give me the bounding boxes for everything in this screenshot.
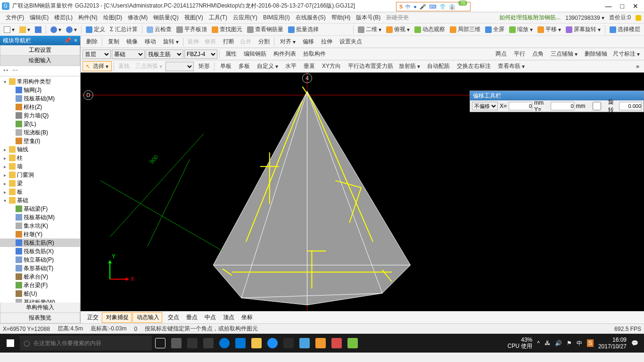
ime-skin-icon[interactable]: 👕 — [439, 4, 446, 10]
menu-component[interactable]: 构件(N) — [75, 14, 100, 22]
xy-tool[interactable]: XY方向 — [318, 62, 343, 70]
tray-clock[interactable]: 16:09 2017/10/27 — [598, 337, 627, 350]
offset-button[interactable]: 偏移 — [299, 38, 316, 46]
start-button[interactable] — [2, 336, 19, 351]
multi-slab[interactable]: 多板 — [235, 62, 252, 70]
tree-node[interactable]: 桩承台(V) — [0, 272, 80, 281]
maximize-button[interactable]: □ — [620, 2, 624, 10]
flat-button[interactable]: 平齐板顶 — [174, 25, 209, 35]
open-button[interactable]: ▾ — [17, 25, 32, 35]
menu-bim[interactable]: BIM应用(I) — [260, 14, 293, 22]
tree-node[interactable]: 独立基础(P) — [0, 255, 80, 264]
orbit-button[interactable]: 动态观察 — [413, 25, 447, 35]
perp-toggle[interactable]: 垂点 — [182, 313, 200, 322]
tree-node[interactable]: ▸板 — [0, 188, 80, 196]
tree-node[interactable]: 剪力墙(Q) — [0, 111, 80, 120]
collapse-all-icon[interactable]: ⁻⁻ — [12, 68, 18, 74]
tree-node[interactable]: 壁龛(I) — [0, 137, 80, 145]
dimension-button[interactable]: 尺寸标注▾ — [611, 50, 642, 58]
complist-button[interactable]: 构件列表 — [270, 50, 298, 58]
split-button[interactable]: 分割 — [255, 38, 272, 46]
draw-style-select[interactable] — [165, 62, 194, 71]
task-ggj[interactable] — [297, 336, 312, 351]
line-tool[interactable]: 直线 — [116, 62, 132, 70]
menu-draw[interactable]: 绘图(D) — [100, 14, 125, 22]
task-app1[interactable] — [169, 336, 184, 351]
tree-node[interactable]: 筏板主筋(R) — [0, 239, 80, 247]
delaux-button[interactable]: 删除辅轴 — [581, 50, 610, 58]
sum-button[interactable]: Σ 汇总计算 — [108, 25, 140, 35]
radial-rebar[interactable]: 放射筋▾ — [396, 62, 422, 70]
ime-dot-icon[interactable]: ● — [413, 4, 417, 9]
tree-node[interactable]: 梁(L) — [0, 120, 80, 128]
offset-mode-select[interactable]: 不偏移 — [472, 102, 498, 110]
tray-ime[interactable]: 中 — [577, 339, 582, 347]
cloudcheck-button[interactable]: 云检查 — [145, 25, 173, 35]
component-select[interactable]: 筏板主筋 — [146, 49, 183, 59]
twopoint-button[interactable]: 两点 — [492, 50, 509, 58]
category-select[interactable]: 基础 — [112, 49, 145, 59]
offset-rot-input[interactable] — [619, 102, 642, 110]
swap-label[interactable]: 交换左右标注 — [453, 62, 493, 70]
menu-tools[interactable]: 工具(T) — [206, 14, 230, 22]
define-button[interactable]: 定义 — [84, 25, 107, 35]
task-app3[interactable] — [201, 336, 216, 351]
rect-tool[interactable]: 矩形 — [195, 62, 212, 70]
menu-newchange[interactable]: 新建变更 — [383, 14, 412, 22]
tree-node[interactable]: 条形基础(T) — [0, 264, 80, 272]
ime-toolbar[interactable]: S 中 ● 🎤 ⌨ 👕 👔 70 — [396, 2, 471, 11]
tree-node[interactable]: ▸轴线 — [0, 145, 80, 154]
tree-node[interactable]: ▸门窗洞 — [0, 171, 80, 179]
ime-mic-icon[interactable]: 🎤 — [420, 4, 426, 10]
undo-button[interactable]: ▾ — [49, 25, 63, 35]
ime-tool-icon[interactable]: 👔 — [449, 4, 455, 10]
editrebar-button[interactable]: 编辑钢筋 — [240, 50, 269, 58]
rotate-button[interactable]: 旋转▾ — [159, 38, 181, 46]
single-slab[interactable]: 单板 — [216, 62, 234, 70]
canvas-area[interactable]: 删除 复制 镜像 移动 旋转▾ 延伸 修剪 打断 合并 分割 对齐▾ 偏移 拉伸… — [81, 36, 644, 323]
tree-node[interactable]: 筏板基础(M) — [0, 213, 80, 222]
tab-draw-input[interactable]: 绘图输入 — [0, 56, 80, 66]
tree-node[interactable]: 基础板带(W) — [0, 298, 80, 303]
tree-node[interactable]: 桩(U) — [0, 289, 80, 298]
task-ie[interactable] — [265, 336, 280, 351]
task-edge[interactable] — [217, 336, 232, 351]
task-explorer[interactable] — [249, 336, 264, 351]
code-select[interactable]: FBZJ-4 — [184, 49, 217, 59]
offset-x-input[interactable] — [509, 102, 532, 110]
task-app2[interactable] — [185, 336, 200, 351]
mirror-button[interactable]: 镜像 — [123, 38, 140, 46]
user-phone[interactable]: 13907298339 ▾ — [565, 15, 604, 21]
menu-rebar[interactable]: 钢筋量(Q) — [150, 14, 181, 22]
fullscreen-button[interactable]: 全屏 — [483, 25, 506, 35]
task-app4[interactable] — [281, 336, 296, 351]
trim-button[interactable]: 修剪 — [202, 38, 218, 46]
pin-icon[interactable]: 📌 — [64, 37, 71, 44]
tree-node[interactable]: 集水坑(K) — [0, 222, 80, 230]
menu-online[interactable]: 在线服务(S) — [293, 14, 329, 22]
toolbar-overflow[interactable]: » — [633, 63, 642, 70]
offset-y-input[interactable] — [551, 102, 574, 110]
setgrip-button[interactable]: 设置夹点 — [336, 38, 364, 46]
extend-button[interactable]: 延伸 — [185, 38, 201, 46]
parallel-rebar[interactable]: 平行边布置受力筋 — [344, 62, 396, 70]
horiz-tool[interactable]: 水平 — [281, 62, 299, 70]
attr-button[interactable]: 属性 — [222, 50, 239, 58]
tree-node[interactable]: 筏板基础(M) — [0, 94, 80, 103]
menu-file[interactable]: 文件(F) — [3, 14, 27, 22]
arc-tool[interactable]: 三点画弧▾ — [133, 62, 165, 70]
close-panel-icon[interactable]: × — [74, 37, 77, 44]
batch-button[interactable]: 批量选择 — [286, 25, 321, 35]
tree-node[interactable]: 现浇板(B) — [0, 128, 80, 137]
tree-node[interactable]: ▾常用构件类型 — [0, 77, 80, 86]
cross-toggle[interactable]: 交点 — [164, 313, 182, 322]
ortho-toggle[interactable]: 正交 — [83, 313, 101, 322]
zoom-button[interactable]: 缩放▾ — [507, 25, 535, 35]
offset-panel[interactable]: 偏移工具栏 不偏移 X= mm Y= mm 旋转 — [470, 90, 644, 112]
threepoint-button[interactable]: 三点辅轴▾ — [547, 50, 580, 58]
screenrotate-button[interactable]: 屏幕旋转▾ — [564, 25, 603, 35]
tray-vol-icon[interactable]: 🔊 — [555, 340, 562, 346]
tray-net-icon[interactable]: 🖧 — [545, 340, 550, 346]
menu-help[interactable]: 帮助(H) — [329, 14, 354, 22]
stretch-button[interactable]: 拉伸 — [317, 38, 335, 46]
